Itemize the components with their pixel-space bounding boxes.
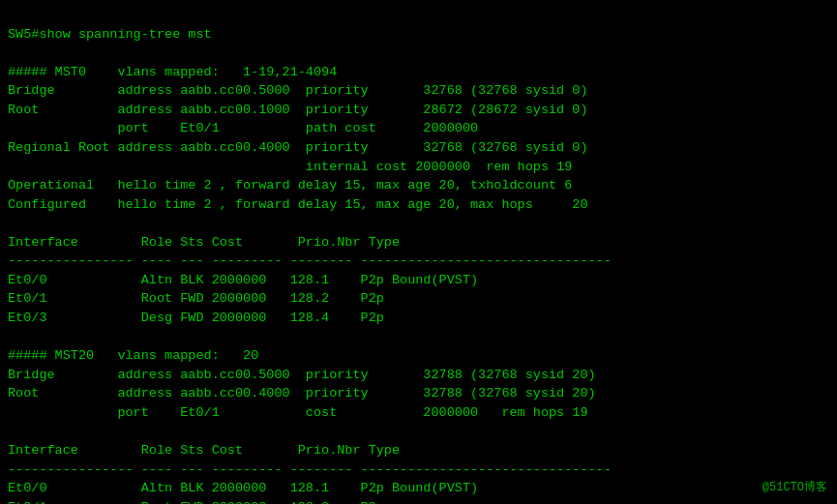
terminal-line: Interface Role Sts Cost Prio.Nbr Type [8,441,829,460]
terminal-line: Et0/0 Altn BLK 2000000 128.1 P2p Bound(P… [8,479,829,498]
terminal-line [8,328,829,347]
terminal-line: Regional Root address aabb.cc00.4000 pri… [8,138,829,158]
terminal-line: Bridge address aabb.cc00.5000 priority 3… [8,366,829,385]
terminal-line: SW5#show spanning-tree mst [8,25,829,44]
terminal-line [8,214,829,233]
terminal-line: Interface Role Sts Cost Prio.Nbr Type [8,233,829,252]
terminal-line: Et0/3 Desg FWD 2000000 128.4 P2p [8,309,829,328]
terminal: SW5#show spanning-tree mst ##### MST0 vl… [0,0,837,504]
terminal-line: Root address aabb.cc00.4000 priority 327… [8,384,829,403]
terminal-line: ---------------- ---- --- --------- ----… [8,252,829,271]
watermark: @51CTO博客 [762,480,827,496]
terminal-line: Operational hello time 2 , forward delay… [8,176,829,195]
terminal-content: SW5#show spanning-tree mst ##### MST0 vl… [8,25,829,504]
terminal-line: ---------------- ---- --- --------- ----… [8,460,829,480]
terminal-line: ##### MST20 vlans mapped: 20 [8,346,829,366]
terminal-line [8,422,829,441]
terminal-line: Root address aabb.cc00.1000 priority 286… [8,101,829,120]
terminal-line [8,44,829,63]
terminal-line: internal cost 2000000 rem hops 19 [8,158,829,177]
terminal-line: ##### MST0 vlans mapped: 1-19,21-4094 [8,63,829,82]
terminal-line: Bridge address aabb.cc00.5000 priority 3… [8,81,829,101]
terminal-line: port Et0/1 cost 2000000 rem hops 19 [8,403,829,423]
terminal-line: Et0/1 Root FWD 2000000 128.2 P2p [8,498,829,504]
terminal-line: Et0/1 Root FWD 2000000 128.2 P2p [8,289,829,309]
terminal-line: port Et0/1 path cost 2000000 [8,119,829,138]
terminal-line: Et0/0 Altn BLK 2000000 128.1 P2p Bound(P… [8,271,829,290]
terminal-line: Configured hello time 2 , forward delay … [8,195,829,215]
